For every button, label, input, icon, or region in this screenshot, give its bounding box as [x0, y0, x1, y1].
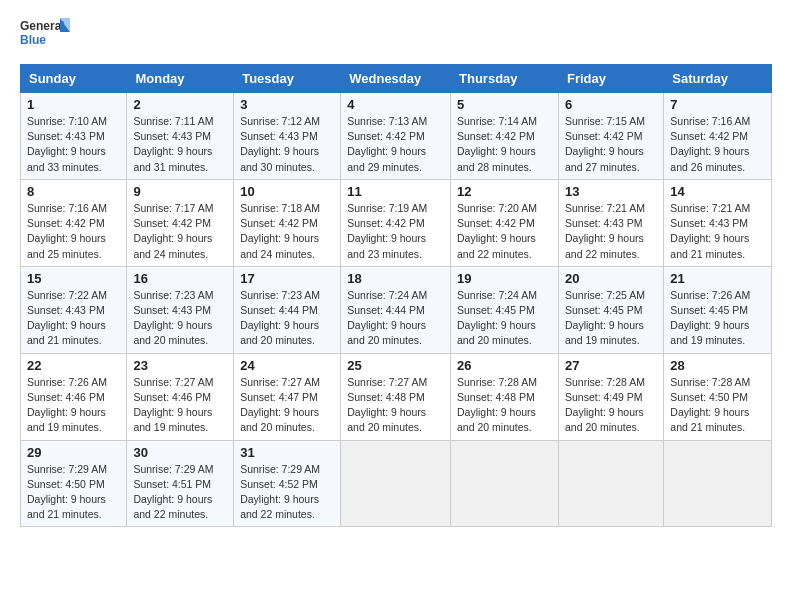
calendar-cell: 22 Sunrise: 7:26 AMSunset: 4:46 PMDaylig…: [21, 353, 127, 440]
calendar-cell: 19 Sunrise: 7:24 AMSunset: 4:45 PMDaylig…: [451, 266, 559, 353]
day-number: 2: [133, 97, 227, 112]
logo-icon: General Blue: [20, 16, 70, 56]
day-number: 14: [670, 184, 765, 199]
calendar-cell: 1 Sunrise: 7:10 AMSunset: 4:43 PMDayligh…: [21, 93, 127, 180]
day-detail: Sunrise: 7:19 AMSunset: 4:42 PMDaylight:…: [347, 202, 427, 260]
day-number: 28: [670, 358, 765, 373]
day-detail: Sunrise: 7:29 AMSunset: 4:51 PMDaylight:…: [133, 463, 213, 521]
day-detail: Sunrise: 7:24 AMSunset: 4:44 PMDaylight:…: [347, 289, 427, 347]
day-detail: Sunrise: 7:13 AMSunset: 4:42 PMDaylight:…: [347, 115, 427, 173]
day-number: 9: [133, 184, 227, 199]
calendar-cell: 7 Sunrise: 7:16 AMSunset: 4:42 PMDayligh…: [664, 93, 772, 180]
day-number: 23: [133, 358, 227, 373]
calendar-cell: 12 Sunrise: 7:20 AMSunset: 4:42 PMDaylig…: [451, 179, 559, 266]
week-row-3: 15 Sunrise: 7:22 AMSunset: 4:43 PMDaylig…: [21, 266, 772, 353]
day-detail: Sunrise: 7:16 AMSunset: 4:42 PMDaylight:…: [27, 202, 107, 260]
day-number: 25: [347, 358, 444, 373]
calendar-cell: 15 Sunrise: 7:22 AMSunset: 4:43 PMDaylig…: [21, 266, 127, 353]
calendar-cell: 5 Sunrise: 7:14 AMSunset: 4:42 PMDayligh…: [451, 93, 559, 180]
week-row-2: 8 Sunrise: 7:16 AMSunset: 4:42 PMDayligh…: [21, 179, 772, 266]
header-monday: Monday: [127, 65, 234, 93]
day-number: 10: [240, 184, 334, 199]
calendar-cell: 21 Sunrise: 7:26 AMSunset: 4:45 PMDaylig…: [664, 266, 772, 353]
day-detail: Sunrise: 7:23 AMSunset: 4:44 PMDaylight:…: [240, 289, 320, 347]
day-detail: Sunrise: 7:12 AMSunset: 4:43 PMDaylight:…: [240, 115, 320, 173]
day-number: 5: [457, 97, 552, 112]
day-number: 4: [347, 97, 444, 112]
calendar-table: SundayMondayTuesdayWednesdayThursdayFrid…: [20, 64, 772, 527]
week-row-1: 1 Sunrise: 7:10 AMSunset: 4:43 PMDayligh…: [21, 93, 772, 180]
day-detail: Sunrise: 7:25 AMSunset: 4:45 PMDaylight:…: [565, 289, 645, 347]
day-number: 3: [240, 97, 334, 112]
calendar-cell: 29 Sunrise: 7:29 AMSunset: 4:50 PMDaylig…: [21, 440, 127, 527]
day-detail: Sunrise: 7:22 AMSunset: 4:43 PMDaylight:…: [27, 289, 107, 347]
day-number: 1: [27, 97, 120, 112]
day-detail: Sunrise: 7:16 AMSunset: 4:42 PMDaylight:…: [670, 115, 750, 173]
svg-text:Blue: Blue: [20, 33, 46, 47]
day-detail: Sunrise: 7:21 AMSunset: 4:43 PMDaylight:…: [565, 202, 645, 260]
page-container: General Blue SundayMondayTuesdayWednesda…: [0, 0, 792, 537]
header-tuesday: Tuesday: [234, 65, 341, 93]
day-number: 11: [347, 184, 444, 199]
calendar-cell: 9 Sunrise: 7:17 AMSunset: 4:42 PMDayligh…: [127, 179, 234, 266]
day-detail: Sunrise: 7:27 AMSunset: 4:46 PMDaylight:…: [133, 376, 213, 434]
calendar-cell: 23 Sunrise: 7:27 AMSunset: 4:46 PMDaylig…: [127, 353, 234, 440]
day-detail: Sunrise: 7:23 AMSunset: 4:43 PMDaylight:…: [133, 289, 213, 347]
day-detail: Sunrise: 7:20 AMSunset: 4:42 PMDaylight:…: [457, 202, 537, 260]
day-detail: Sunrise: 7:28 AMSunset: 4:48 PMDaylight:…: [457, 376, 537, 434]
header-thursday: Thursday: [451, 65, 559, 93]
day-number: 19: [457, 271, 552, 286]
day-detail: Sunrise: 7:28 AMSunset: 4:49 PMDaylight:…: [565, 376, 645, 434]
calendar-cell: [664, 440, 772, 527]
calendar-cell: [341, 440, 451, 527]
day-detail: Sunrise: 7:18 AMSunset: 4:42 PMDaylight:…: [240, 202, 320, 260]
day-number: 7: [670, 97, 765, 112]
day-number: 18: [347, 271, 444, 286]
day-number: 15: [27, 271, 120, 286]
calendar-cell: 28 Sunrise: 7:28 AMSunset: 4:50 PMDaylig…: [664, 353, 772, 440]
calendar-cell: 8 Sunrise: 7:16 AMSunset: 4:42 PMDayligh…: [21, 179, 127, 266]
week-row-4: 22 Sunrise: 7:26 AMSunset: 4:46 PMDaylig…: [21, 353, 772, 440]
calendar-cell: 25 Sunrise: 7:27 AMSunset: 4:48 PMDaylig…: [341, 353, 451, 440]
calendar-cell: 18 Sunrise: 7:24 AMSunset: 4:44 PMDaylig…: [341, 266, 451, 353]
calendar-cell: 13 Sunrise: 7:21 AMSunset: 4:43 PMDaylig…: [558, 179, 663, 266]
calendar-cell: 14 Sunrise: 7:21 AMSunset: 4:43 PMDaylig…: [664, 179, 772, 266]
day-detail: Sunrise: 7:10 AMSunset: 4:43 PMDaylight:…: [27, 115, 107, 173]
calendar-cell: 20 Sunrise: 7:25 AMSunset: 4:45 PMDaylig…: [558, 266, 663, 353]
day-number: 17: [240, 271, 334, 286]
day-detail: Sunrise: 7:27 AMSunset: 4:48 PMDaylight:…: [347, 376, 427, 434]
calendar-cell: [558, 440, 663, 527]
day-number: 16: [133, 271, 227, 286]
day-number: 24: [240, 358, 334, 373]
day-detail: Sunrise: 7:14 AMSunset: 4:42 PMDaylight:…: [457, 115, 537, 173]
day-number: 29: [27, 445, 120, 460]
calendar-cell: 27 Sunrise: 7:28 AMSunset: 4:49 PMDaylig…: [558, 353, 663, 440]
day-detail: Sunrise: 7:29 AMSunset: 4:52 PMDaylight:…: [240, 463, 320, 521]
calendar-cell: 26 Sunrise: 7:28 AMSunset: 4:48 PMDaylig…: [451, 353, 559, 440]
day-detail: Sunrise: 7:11 AMSunset: 4:43 PMDaylight:…: [133, 115, 213, 173]
day-number: 8: [27, 184, 120, 199]
header: General Blue: [20, 16, 772, 56]
day-detail: Sunrise: 7:26 AMSunset: 4:46 PMDaylight:…: [27, 376, 107, 434]
calendar-cell: 30 Sunrise: 7:29 AMSunset: 4:51 PMDaylig…: [127, 440, 234, 527]
day-number: 22: [27, 358, 120, 373]
week-row-5: 29 Sunrise: 7:29 AMSunset: 4:50 PMDaylig…: [21, 440, 772, 527]
calendar-cell: 16 Sunrise: 7:23 AMSunset: 4:43 PMDaylig…: [127, 266, 234, 353]
day-number: 31: [240, 445, 334, 460]
calendar-cell: 10 Sunrise: 7:18 AMSunset: 4:42 PMDaylig…: [234, 179, 341, 266]
header-sunday: Sunday: [21, 65, 127, 93]
day-detail: Sunrise: 7:24 AMSunset: 4:45 PMDaylight:…: [457, 289, 537, 347]
day-number: 26: [457, 358, 552, 373]
header-saturday: Saturday: [664, 65, 772, 93]
calendar-cell: 17 Sunrise: 7:23 AMSunset: 4:44 PMDaylig…: [234, 266, 341, 353]
day-detail: Sunrise: 7:15 AMSunset: 4:42 PMDaylight:…: [565, 115, 645, 173]
day-number: 20: [565, 271, 657, 286]
day-number: 21: [670, 271, 765, 286]
day-detail: Sunrise: 7:26 AMSunset: 4:45 PMDaylight:…: [670, 289, 750, 347]
calendar-cell: 6 Sunrise: 7:15 AMSunset: 4:42 PMDayligh…: [558, 93, 663, 180]
calendar-cell: 3 Sunrise: 7:12 AMSunset: 4:43 PMDayligh…: [234, 93, 341, 180]
calendar-cell: [451, 440, 559, 527]
logo: General Blue: [20, 16, 70, 56]
day-number: 27: [565, 358, 657, 373]
day-number: 12: [457, 184, 552, 199]
